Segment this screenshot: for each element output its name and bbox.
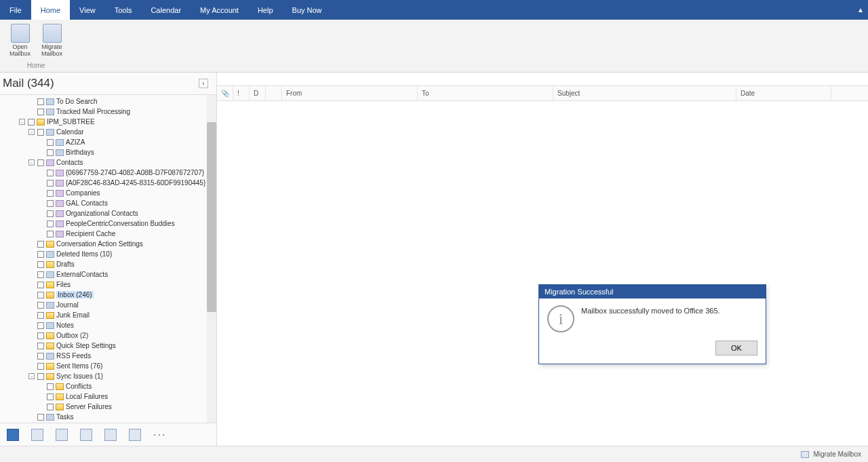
folder-tree[interactable]: To Do SearchTracked Mail Processing-IPM_…: [0, 95, 216, 423]
tree-checkbox[interactable]: [37, 251, 44, 258]
tree-item[interactable]: Inbox (246): [0, 290, 216, 300]
scrollbar-thumb[interactable]: [207, 122, 216, 312]
calendar-nav-icon[interactable]: [31, 429, 43, 441]
tree-checkbox[interactable]: [47, 231, 54, 237]
tree-checkbox[interactable]: [47, 220, 54, 227]
col-date[interactable]: Date: [736, 86, 831, 100]
more-nav-button[interactable]: ···: [153, 429, 166, 441]
tree-item[interactable]: Files: [0, 280, 216, 290]
tree-checkbox[interactable]: [37, 241, 44, 248]
tree-checkbox[interactable]: [47, 149, 54, 156]
tree-item[interactable]: Tracked Mail Processing: [0, 107, 216, 117]
chevron-up-icon[interactable]: ▲: [857, 6, 864, 14]
tree-item[interactable]: -Contacts: [0, 157, 216, 168]
tree-checkbox[interactable]: [37, 373, 44, 380]
tree-checkbox[interactable]: [47, 210, 54, 217]
tree-checkbox[interactable]: [37, 353, 44, 360]
tree-checkbox[interactable]: [37, 129, 44, 136]
menu-tab-file[interactable]: File: [0, 0, 31, 20]
tree-checkbox[interactable]: [47, 190, 54, 197]
tree-item[interactable]: Local Failures: [0, 391, 216, 402]
collapse-icon[interactable]: -: [28, 129, 35, 135]
tree-checkbox[interactable]: [47, 404, 54, 410]
menu-tab-home[interactable]: Home: [31, 0, 70, 20]
tree-item[interactable]: {A0F28C46-83AD-4245-8315-60DF99190445}: [0, 178, 216, 188]
tree-item[interactable]: Deleted Items (10): [0, 249, 216, 259]
scrollbar-track[interactable]: [207, 95, 216, 423]
col-to[interactable]: To: [418, 86, 553, 100]
tree-item[interactable]: Junk Email: [0, 310, 216, 320]
tree-checkbox[interactable]: [47, 180, 54, 187]
tree-item[interactable]: Conflicts: [0, 381, 216, 391]
tree-checkbox[interactable]: [37, 271, 44, 278]
tree-item[interactable]: Drafts: [0, 259, 216, 269]
col-importance[interactable]: !: [233, 86, 250, 100]
tree-checkbox[interactable]: [47, 139, 54, 146]
notes-nav-icon[interactable]: [104, 429, 117, 441]
col-subject[interactable]: Subject: [553, 86, 736, 100]
collapse-sidebar-button[interactable]: ‹: [199, 79, 208, 88]
tree-item[interactable]: {06967759-274D-4082-A08B-D7F087672707}: [0, 168, 216, 178]
tree-checkbox[interactable]: [37, 282, 44, 288]
tree-checkbox[interactable]: [47, 200, 54, 207]
tree-checkbox[interactable]: [37, 302, 44, 309]
col-flag[interactable]: [266, 86, 282, 100]
folders-nav-icon[interactable]: [129, 429, 141, 441]
tree-item[interactable]: Organizational Contacts: [0, 208, 216, 218]
tree-checkbox[interactable]: [37, 159, 44, 166]
tree-checkbox[interactable]: [37, 343, 44, 349]
tree-item[interactable]: Quick Step Settings: [0, 341, 216, 351]
tree-item[interactable]: Conversation Action Settings: [0, 239, 216, 249]
tree-checkbox[interactable]: [37, 109, 44, 115]
ok-button[interactable]: OK: [715, 341, 757, 355]
tree-checkbox[interactable]: [37, 261, 44, 268]
tree-item[interactable]: Birthdays: [0, 147, 216, 157]
migrate-mailbox-button[interactable]: MigrateMailbox: [37, 22, 66, 59]
tree-checkbox[interactable]: [37, 292, 44, 299]
col-d[interactable]: D: [250, 86, 266, 100]
tree-checkbox[interactable]: [37, 332, 44, 339]
menu-tab-tools[interactable]: Tools: [105, 0, 142, 20]
mail-nav-icon[interactable]: [7, 429, 19, 441]
menu-tab-my-account[interactable]: My Account: [191, 0, 248, 20]
collapse-icon[interactable]: -: [19, 119, 25, 125]
tree-item[interactable]: -Sync Issues (1): [0, 371, 216, 381]
tree-item[interactable]: GAL Contacts: [0, 198, 216, 208]
menu-tab-calendar[interactable]: Calendar: [141, 0, 191, 20]
grid-body[interactable]: Migration Successful i Mailbox successfu…: [217, 101, 868, 446]
tree-checkbox[interactable]: [37, 363, 44, 370]
tree-checkbox[interactable]: [37, 322, 44, 329]
tree-item[interactable]: Recipient Cache: [0, 229, 216, 239]
tree-checkbox[interactable]: [28, 119, 35, 126]
tree-item[interactable]: Server Failures: [0, 402, 216, 412]
collapse-icon[interactable]: -: [28, 373, 35, 379]
col-from[interactable]: From: [282, 86, 418, 100]
tree-item[interactable]: -IPM_SUBTREE: [0, 117, 216, 127]
tree-item[interactable]: PeopleCentricConversation Buddies: [0, 218, 216, 229]
tree-checkbox[interactable]: [47, 170, 54, 176]
open-mailbox-button[interactable]: OpenMailbox: [5, 22, 35, 59]
menu-tab-buy-now[interactable]: Buy Now: [283, 0, 332, 20]
tree-item[interactable]: Outbox (2): [0, 330, 216, 341]
tree-item[interactable]: Sent Items (76): [0, 361, 216, 371]
menu-tab-help[interactable]: Help: [248, 0, 283, 20]
tree-item[interactable]: Tasks: [0, 412, 216, 422]
col-attachment[interactable]: 📎: [217, 86, 233, 100]
tree-item[interactable]: -Calendar: [0, 127, 216, 137]
tree-item[interactable]: Journal: [0, 300, 216, 310]
tree-item[interactable]: To Do Search: [0, 96, 216, 107]
tree-checkbox[interactable]: [37, 312, 44, 319]
tree-item[interactable]: Notes: [0, 320, 216, 330]
tasks-nav-icon[interactable]: [80, 429, 92, 441]
collapse-icon[interactable]: -: [28, 159, 35, 166]
tree-item[interactable]: RSS Feeds: [0, 351, 216, 361]
tree-item[interactable]: Companies: [0, 188, 216, 198]
tree-checkbox[interactable]: [37, 98, 44, 105]
tree-checkbox[interactable]: [47, 393, 54, 400]
tree-item[interactable]: AZIZA: [0, 137, 216, 147]
tree-checkbox[interactable]: [37, 414, 44, 421]
tree-checkbox[interactable]: [47, 383, 54, 390]
tree-item[interactable]: ExternalContacts: [0, 269, 216, 280]
people-nav-icon[interactable]: [56, 429, 68, 441]
menu-tab-view[interactable]: View: [70, 0, 105, 20]
